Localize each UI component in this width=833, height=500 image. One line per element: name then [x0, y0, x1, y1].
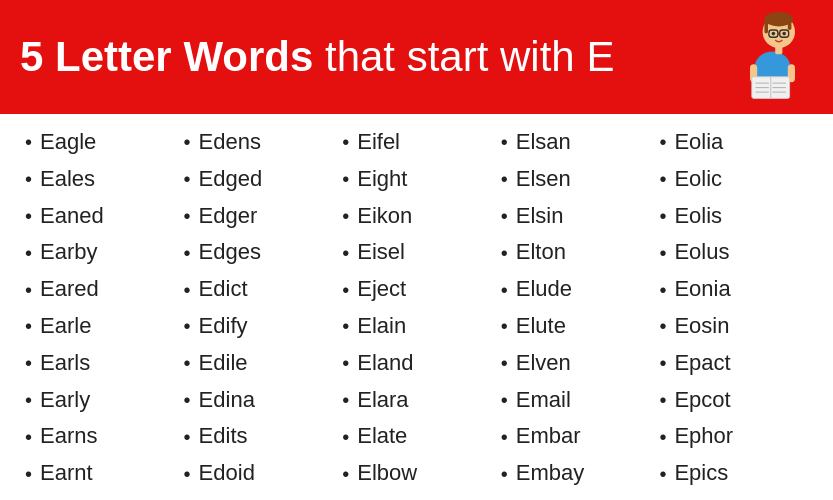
word-text: Earnt: [40, 458, 93, 489]
list-item: •Edens: [184, 124, 333, 161]
bullet-icon: •: [659, 423, 666, 451]
word-text: Elain: [357, 311, 406, 342]
bullet-icon: •: [659, 460, 666, 488]
word-text: Epcot: [674, 385, 730, 416]
word-text: Eject: [357, 274, 406, 305]
bullet-icon: •: [659, 165, 666, 193]
bullet-icon: •: [184, 202, 191, 230]
bullet-icon: •: [25, 423, 32, 451]
word-text: Eifel: [357, 127, 400, 158]
bullet-icon: •: [501, 386, 508, 414]
bullet-icon: •: [184, 460, 191, 488]
word-text: Early: [40, 385, 90, 416]
bullet-icon: •: [501, 128, 508, 156]
bullet-icon: •: [25, 276, 32, 304]
list-item: •Eight: [342, 161, 491, 198]
list-item: •Email: [501, 382, 650, 419]
bullet-icon: •: [501, 312, 508, 340]
bullet-icon: •: [659, 239, 666, 267]
word-text: Eight: [357, 164, 407, 195]
list-item: •Eosin: [659, 308, 808, 345]
bullet-icon: •: [501, 276, 508, 304]
list-item: •Eland: [342, 345, 491, 382]
list-item: •Elsan: [501, 124, 650, 161]
word-text: Eagle: [40, 127, 96, 158]
word-text: Email: [516, 385, 571, 416]
header: 5 Letter Words that start with E: [0, 0, 833, 114]
word-list-content: •Eagle•Eales•Eaned•Earby•Eared•Earle•Ear…: [0, 114, 833, 500]
bullet-icon: •: [659, 128, 666, 156]
word-column-3: •Eifel•Eight•Eikon•Eisel•Eject•Elain•Ela…: [337, 124, 496, 500]
word-text: Eolia: [674, 127, 723, 158]
list-item: •Earby: [25, 234, 174, 271]
list-item: •Elsen: [501, 161, 650, 198]
list-item: •Edina: [184, 382, 333, 419]
list-item: •Ephor: [659, 418, 808, 455]
title-normal: that start with E: [313, 33, 614, 80]
word-text: Eolic: [674, 164, 722, 195]
list-item: •Elton: [501, 234, 650, 271]
word-text: Earth: [40, 495, 93, 500]
word-text: Eolis: [674, 201, 722, 232]
list-item: •Elsin: [501, 198, 650, 235]
bullet-icon: •: [184, 496, 191, 500]
list-item: •Earle: [25, 308, 174, 345]
list-item: •Eolia: [659, 124, 808, 161]
word-text: Elute: [516, 311, 566, 342]
word-text: Edict: [199, 274, 248, 305]
list-item: •Early: [25, 382, 174, 419]
list-item: •Elate: [342, 418, 491, 455]
list-item: •Elden: [342, 492, 491, 500]
list-item: •Eaned: [25, 198, 174, 235]
bullet-icon: •: [342, 349, 349, 377]
bullet-icon: •: [25, 496, 32, 500]
list-item: •Earnt: [25, 455, 174, 492]
bullet-icon: •: [659, 276, 666, 304]
bullet-icon: •: [659, 496, 666, 500]
word-text: Epoch: [674, 495, 736, 500]
list-item: •Epcot: [659, 382, 808, 419]
bullet-icon: •: [501, 460, 508, 488]
bullet-icon: •: [25, 312, 32, 340]
word-text: Epact: [674, 348, 730, 379]
list-item: •Embay: [501, 455, 650, 492]
bullet-icon: •: [184, 349, 191, 377]
word-text: Embed: [516, 495, 586, 500]
word-text: Elate: [357, 421, 407, 452]
bullet-icon: •: [659, 349, 666, 377]
word-text: Eikon: [357, 201, 412, 232]
list-item: •Edile: [184, 345, 333, 382]
word-text: Epics: [674, 458, 728, 489]
bullet-icon: •: [659, 202, 666, 230]
word-text: Educ: [199, 495, 249, 500]
word-text: Earby: [40, 237, 97, 268]
word-text: Elsan: [516, 127, 571, 158]
bullet-icon: •: [184, 239, 191, 267]
bullet-icon: •: [342, 128, 349, 156]
list-item: •Epoch: [659, 492, 808, 500]
header-title: 5 Letter Words that start with E: [20, 34, 614, 80]
list-item: •Eonia: [659, 271, 808, 308]
bullet-icon: •: [184, 128, 191, 156]
bullet-icon: •: [25, 460, 32, 488]
word-column-5: •Eolia•Eolic•Eolis•Eolus•Eonia•Eosin•Epa…: [654, 124, 813, 500]
word-text: Elven: [516, 348, 571, 379]
list-item: •Edoid: [184, 455, 333, 492]
list-item: •Elbow: [342, 455, 491, 492]
list-item: •Elude: [501, 271, 650, 308]
bullet-icon: •: [501, 496, 508, 500]
list-item: •Eared: [25, 271, 174, 308]
bullet-icon: •: [501, 239, 508, 267]
word-column-2: •Edens•Edged•Edger•Edges•Edict•Edify•Edi…: [179, 124, 338, 500]
word-text: Elsen: [516, 164, 571, 195]
list-item: •Earth: [25, 492, 174, 500]
bullet-icon: •: [184, 276, 191, 304]
mascot-icon: [723, 12, 813, 102]
list-item: •Eales: [25, 161, 174, 198]
bullet-icon: •: [184, 386, 191, 414]
list-item: •Edges: [184, 234, 333, 271]
bullet-icon: •: [25, 386, 32, 414]
bullet-icon: •: [184, 423, 191, 451]
svg-rect-2: [764, 19, 768, 33]
svg-point-7: [772, 32, 776, 36]
